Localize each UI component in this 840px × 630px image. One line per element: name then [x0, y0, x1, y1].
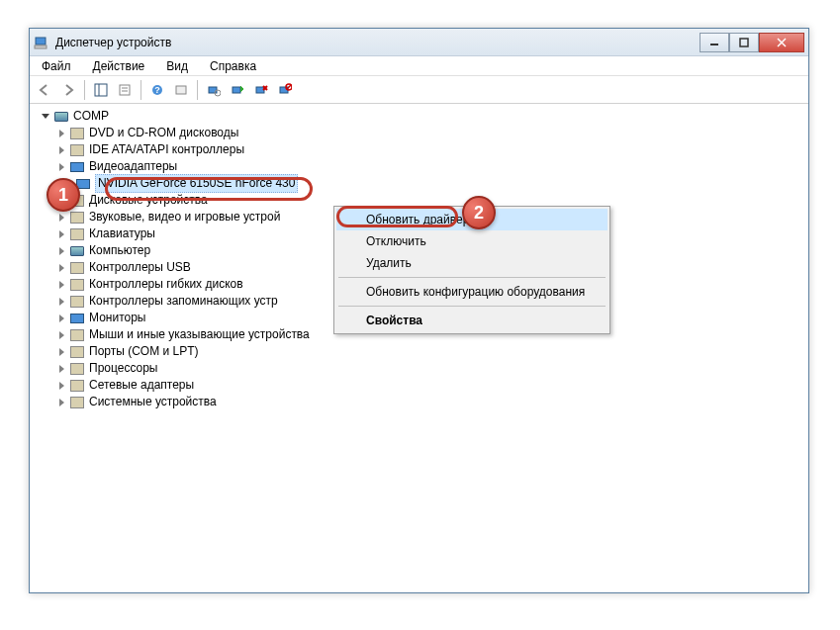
tree-node-label: Мыши и иные указывающие устройства — [89, 326, 310, 343]
tree-node-label: Контроллеры USB — [89, 259, 191, 276]
tree-root-label: COMP — [73, 108, 109, 125]
mouse-icon — [69, 327, 85, 343]
tree-node-label: Дисковые устройства — [89, 192, 208, 209]
forward-button[interactable] — [57, 79, 79, 101]
menu-action[interactable]: Действие — [87, 58, 151, 73]
display-adapter-icon — [69, 159, 85, 175]
menu-file[interactable]: Файл — [36, 58, 77, 73]
computer-icon — [53, 109, 69, 125]
processor-icon — [69, 361, 85, 377]
expander-icon[interactable] — [40, 111, 51, 123]
tree-node-label: Сетевые адаптеры — [89, 377, 194, 394]
minimize-button[interactable] — [700, 33, 729, 52]
tree-node[interactable]: Процессоры — [34, 360, 804, 377]
titlebar: Диспетчер устройств — [30, 29, 808, 56]
help-toolbar-button[interactable]: ? — [146, 79, 168, 101]
cdrom-icon — [69, 126, 85, 141]
network-icon — [69, 378, 85, 394]
tree-node-label: Видеоадаптеры — [89, 158, 177, 175]
tree-node-label: Звуковые, видео и игровые устрой — [89, 209, 280, 225]
tree-node[interactable]: Системные устройства — [34, 394, 804, 410]
show-hide-console-tree-button[interactable] — [90, 79, 112, 101]
expander-icon[interactable] — [55, 313, 67, 324]
back-button[interactable] — [34, 79, 55, 101]
selected-device-label: NVIDIA GeForce 6150SE nForce 430 — [95, 174, 298, 193]
tree-node-selected-device[interactable]: NVIDIA GeForce 6150SE nForce 430 — [34, 175, 804, 192]
ctx-disable[interactable]: Отключить — [336, 230, 607, 252]
expander-icon[interactable] — [55, 262, 67, 274]
tree-node[interactable]: Порты (COM и LPT) — [34, 343, 804, 360]
window-controls — [700, 33, 804, 52]
usb-icon — [69, 260, 85, 276]
app-icon — [34, 35, 49, 50]
storage-controller-icon — [69, 294, 85, 310]
scan-hardware-button[interactable] — [203, 79, 225, 101]
tree-node-label: Контроллеры запоминающих устр — [89, 293, 278, 310]
ctx-properties[interactable]: Свойства — [336, 310, 607, 331]
expander-icon[interactable] — [55, 245, 67, 257]
svg-rect-16 — [233, 87, 240, 93]
device-tree[interactable]: COMP DVD и CD-ROM дисководы IDE ATA/ATAP… — [30, 104, 808, 592]
expander-icon[interactable] — [55, 279, 67, 291]
menu-help[interactable]: Справка — [204, 58, 262, 73]
disk-icon — [69, 193, 85, 209]
tree-node-label: Системные устройства — [89, 394, 217, 410]
window-title: Диспетчер устройств — [55, 36, 700, 49]
ports-icon — [69, 344, 85, 360]
tree-node[interactable]: DVD и CD-ROM дисководы — [34, 125, 804, 141]
svg-rect-3 — [740, 39, 748, 46]
tree-node[interactable]: IDE ATA/ATAPI контроллеры — [34, 141, 804, 158]
display-adapter-icon — [75, 176, 91, 192]
expander-icon[interactable] — [55, 195, 67, 207]
tree-node[interactable]: Сетевые адаптеры — [34, 377, 804, 394]
tree-node-label: Контроллеры гибких дисков — [89, 276, 243, 293]
close-button[interactable] — [759, 33, 804, 52]
tree-root[interactable]: COMP — [34, 108, 804, 125]
expander-icon[interactable] — [55, 296, 67, 308]
floppy-icon — [69, 277, 85, 293]
ctx-delete[interactable]: Удалить — [336, 252, 607, 274]
properties-toolbar-button[interactable] — [114, 79, 136, 101]
expander-icon[interactable] — [55, 380, 67, 392]
svg-rect-17 — [256, 87, 264, 93]
keyboard-icon — [69, 226, 85, 242]
toolbar-separator — [197, 80, 198, 100]
svg-rect-1 — [35, 45, 47, 48]
tree-node-label: Процессоры — [89, 360, 158, 377]
menu-view[interactable]: Вид — [160, 58, 194, 73]
ctx-update-drivers[interactable]: Обновить драйверы... — [336, 209, 607, 230]
svg-rect-6 — [95, 84, 107, 96]
expander-icon[interactable] — [55, 346, 67, 358]
svg-rect-13 — [176, 86, 186, 94]
expander-icon[interactable] — [55, 329, 67, 341]
expander-icon[interactable] — [55, 228, 67, 240]
disable-toolbar-button[interactable] — [274, 79, 296, 101]
toolbar-separator — [140, 80, 141, 100]
sound-icon — [69, 210, 85, 225]
ctx-separator — [338, 277, 606, 278]
svg-rect-14 — [209, 87, 217, 93]
expander-icon[interactable] — [55, 161, 67, 173]
uninstall-toolbar-button[interactable] — [250, 79, 272, 101]
tree-node-label: Мониторы — [89, 310, 145, 326]
system-device-icon — [69, 395, 85, 410]
ctx-scan-hardware[interactable]: Обновить конфигурацию оборудования — [336, 281, 607, 303]
update-driver-toolbar-button[interactable] — [227, 79, 248, 101]
svg-rect-0 — [36, 38, 46, 45]
expander-icon[interactable] — [55, 144, 67, 156]
expander-icon[interactable] — [55, 397, 67, 408]
tree-node-label: IDE ATA/ATAPI контроллеры — [89, 141, 244, 158]
expander-icon[interactable] — [55, 128, 67, 139]
toolbar-icon[interactable] — [170, 79, 192, 101]
tree-node-label: Клавиатуры — [89, 225, 155, 242]
tree-node-video-adapters[interactable]: Видеоадаптеры — [34, 158, 804, 175]
toolbar-separator — [84, 80, 85, 100]
tree-node-label: Компьютер — [89, 242, 150, 259]
tree-node-label: Порты (COM и LPT) — [89, 343, 199, 360]
computer-category-icon — [69, 243, 85, 259]
maximize-button[interactable] — [729, 33, 759, 52]
expander-icon[interactable] — [55, 363, 67, 375]
monitor-icon — [69, 311, 85, 326]
context-menu: Обновить драйверы... Отключить Удалить О… — [333, 206, 610, 334]
expander-icon[interactable] — [55, 212, 67, 224]
